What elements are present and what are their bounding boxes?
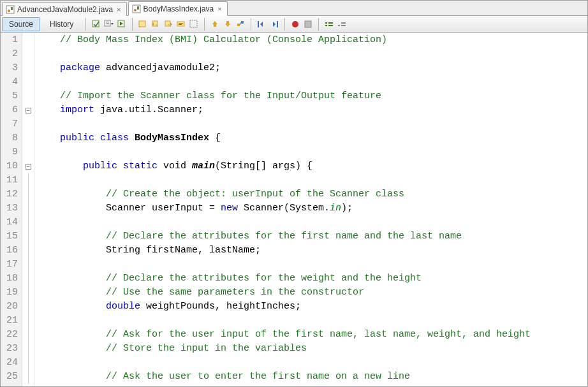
code-text (37, 301, 106, 312)
line-number: 13 (1, 201, 18, 215)
svg-rect-26 (325, 22, 327, 24)
line-number: 15 (1, 230, 18, 244)
file-tab-label: AdvancedJavaModule2.java (17, 5, 113, 14)
code-text (37, 133, 60, 143)
code-text: new (221, 203, 238, 214)
next-bookmark-icon[interactable] (223, 19, 233, 29)
svg-rect-14 (177, 22, 184, 26)
line-number: 24 (1, 356, 18, 370)
macro-stop-icon[interactable] (303, 19, 313, 29)
line-number: 10 (1, 159, 18, 173)
line-number: 1 (1, 33, 18, 47)
line-number: 18 (1, 272, 18, 286)
code-text: ); (341, 203, 353, 214)
toggle-bookmark-icon[interactable] (235, 19, 246, 29)
file-tab-label: BodyMassIndex.java (143, 4, 214, 13)
code-text: package (60, 62, 100, 73)
prev-bookmark-icon[interactable] (210, 19, 220, 29)
code-text (37, 62, 60, 73)
svg-rect-23 (277, 21, 278, 27)
code-text: // Declare the attributes for the weight… (37, 273, 422, 284)
uncomment-icon[interactable] (337, 19, 347, 29)
dropdown-icon[interactable] (104, 19, 114, 29)
line-number: 19 (1, 286, 18, 300)
file-tab-bar: AdvancedJavaModule2.java × BodyMassIndex… (1, 1, 587, 16)
editor-window: AdvancedJavaModule2.java × BodyMassIndex… (0, 0, 588, 387)
separator (318, 18, 319, 31)
svg-rect-8 (106, 22, 109, 22)
line-number: 11 (1, 173, 18, 187)
close-icon[interactable]: × (216, 5, 223, 13)
svg-rect-22 (258, 21, 259, 27)
svg-rect-19 (226, 21, 229, 24)
find-next-icon[interactable] (163, 19, 173, 29)
source-view-tab[interactable]: Source (2, 17, 40, 31)
line-number: 22 (1, 328, 18, 342)
fold-toggle-icon[interactable]: − (26, 108, 31, 113)
svg-rect-29 (328, 25, 333, 26)
svg-point-4 (134, 9, 136, 11)
line-number: 3 (1, 61, 18, 75)
shift-left-icon[interactable] (256, 19, 267, 29)
separator (284, 18, 285, 31)
code-text: void (163, 161, 192, 172)
code-editor[interactable]: 1234567891011121314151617181920212223242… (1, 33, 587, 386)
code-text: // Create the object: userInput of the S… (37, 189, 404, 200)
toggle-rect-icon[interactable] (189, 19, 199, 29)
line-number: 14 (1, 215, 18, 230)
last-edit-icon[interactable] (91, 19, 101, 29)
code-text: import (60, 105, 94, 115)
fold-toggle-icon[interactable]: − (26, 164, 31, 170)
code-area[interactable]: // Body Mass Index (BMI) Calculator (Con… (34, 33, 587, 386)
svg-rect-9 (106, 23, 109, 24)
line-number: 9 (1, 145, 18, 159)
file-tab-advancedjavamodule2[interactable]: AdvancedJavaModule2.java × (2, 2, 127, 16)
svg-rect-20 (237, 24, 240, 26)
code-text: main (192, 161, 215, 172)
code-text: // Declare the attributes for the first … (37, 231, 462, 242)
line-number: 8 (1, 131, 18, 145)
svg-rect-32 (341, 25, 346, 26)
find-prev-icon[interactable] (151, 19, 161, 29)
svg-rect-17 (190, 20, 197, 27)
svg-rect-28 (328, 22, 333, 24)
find-selection-icon[interactable] (138, 19, 148, 29)
highlight-icon[interactable] (176, 19, 186, 29)
code-text: // Ask the user to enter the first name … (37, 371, 410, 382)
code-text: java.util.Scanner; (94, 105, 203, 115)
separator (132, 18, 133, 31)
svg-rect-21 (241, 21, 244, 24)
code-text: BodyMassIndex (135, 133, 209, 143)
history-view-tab[interactable]: History (43, 17, 80, 31)
close-icon[interactable]: × (115, 6, 122, 13)
separator (204, 18, 205, 31)
comment-icon[interactable] (324, 19, 334, 29)
code-text: Scanner(System. (238, 203, 330, 214)
fold-column: − − (22, 33, 34, 386)
svg-rect-31 (341, 22, 346, 24)
file-tab-bodymassindex[interactable]: BodyMassIndex.java × (128, 1, 228, 16)
code-text: public static (83, 161, 163, 172)
code-text: advancedjavamodule2; (100, 62, 221, 73)
line-number: 5 (1, 89, 18, 103)
line-number: 25 (1, 370, 18, 384)
svg-rect-5 (137, 6, 139, 10)
macro-record-icon[interactable] (290, 19, 300, 29)
line-number: 20 (1, 300, 18, 314)
forward-icon[interactable] (117, 19, 127, 29)
separator (85, 18, 86, 31)
line-number: 4 (1, 75, 18, 89)
code-text: in (330, 203, 341, 214)
code-text: String firstName, lastName; (37, 245, 261, 256)
line-number: 2 (1, 47, 18, 61)
svg-rect-25 (305, 21, 311, 27)
line-number-gutter: 1234567891011121314151617181920212223242… (1, 33, 22, 386)
code-text: // Import the Scanner class for the Inpu… (37, 91, 381, 101)
code-text: double (106, 301, 140, 312)
svg-point-1 (8, 10, 10, 12)
code-text: // Body Mass Index (BMI) Calculator (Con… (37, 34, 387, 45)
line-number: 6 (1, 103, 18, 117)
line-number: 17 (1, 258, 18, 272)
code-text: // Store the input in the variables (37, 343, 307, 354)
shift-right-icon[interactable] (269, 19, 279, 29)
